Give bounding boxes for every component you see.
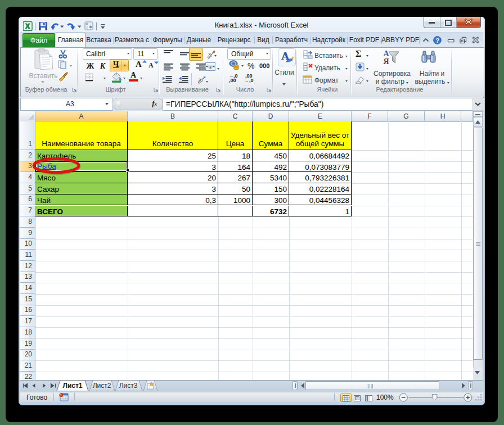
svg-text:ab: ab <box>196 76 204 84</box>
svg-text:Лист1: Лист1 <box>62 382 82 390</box>
svg-text:ab: ab <box>205 52 214 60</box>
svg-text:Лист3: Лист3 <box>119 382 138 390</box>
svg-text:Я: Я <box>383 57 389 66</box>
svg-text:А: А <box>383 49 389 58</box>
svg-text:?: ? <box>435 37 439 44</box>
svg-text:a: a <box>209 65 212 70</box>
svg-text:Лист2: Лист2 <box>93 382 111 390</box>
